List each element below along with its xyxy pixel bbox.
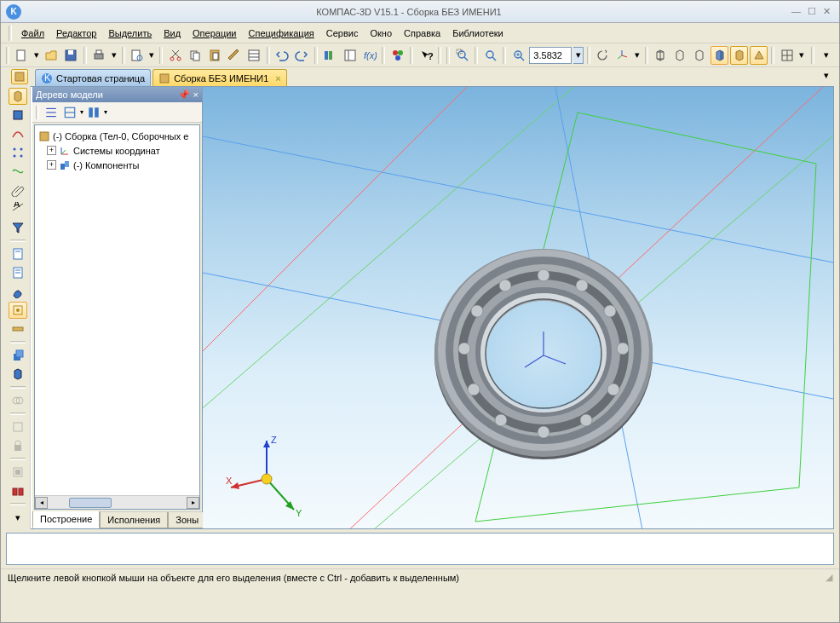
properties-button[interactable] <box>245 46 263 65</box>
tree-header[interactable]: Дерево модели 📌 × <box>32 87 202 102</box>
spec-doc-button[interactable] <box>9 245 27 262</box>
tool-dimension-button[interactable]: A <box>9 200 27 217</box>
menu-select[interactable]: Выделить <box>103 26 157 41</box>
orient-button[interactable] <box>613 46 631 65</box>
dropdown-icon[interactable]: ▾ <box>633 46 642 65</box>
scroll-left-button[interactable]: ◂ <box>35 497 48 509</box>
menu-specification[interactable]: Спецификация <box>244 26 319 41</box>
mate-button[interactable] <box>9 392 27 409</box>
tree-node-label[interactable]: (-) Компоненты <box>73 160 139 170</box>
sheet-body-button[interactable] <box>9 366 27 383</box>
scroll-thumb[interactable] <box>69 498 112 508</box>
tool-points-button[interactable] <box>9 144 27 161</box>
menu-service[interactable]: Сервис <box>321 26 364 41</box>
aux-lock-button[interactable] <box>9 437 27 454</box>
scroll-down-button[interactable]: ▾ <box>9 509 27 526</box>
copy-button[interactable] <box>186 46 204 65</box>
library-button[interactable] <box>321 46 339 65</box>
menu-file[interactable]: Файл <box>16 26 49 41</box>
save-button[interactable] <box>62 46 80 65</box>
maximize-button[interactable]: ☐ <box>808 6 816 17</box>
print-button[interactable] <box>90 46 108 65</box>
command-panel[interactable] <box>6 533 834 565</box>
tab-start-page[interactable]: K Стартовая страница <box>35 69 151 86</box>
close-icon[interactable]: × <box>193 89 198 100</box>
spec-edit-button[interactable] <box>9 283 27 300</box>
tool-box-button[interactable] <box>9 107 27 124</box>
menu-editor[interactable]: Редактор <box>51 26 101 41</box>
dropdown-icon[interactable]: ▾ <box>797 46 806 65</box>
tool-filter-button[interactable] <box>9 219 27 236</box>
close-button[interactable]: ✕ <box>823 6 831 17</box>
menu-view[interactable]: Вид <box>158 26 186 41</box>
3d-viewport[interactable]: Z X Y <box>203 87 833 528</box>
tree-tab-build[interactable]: Построение <box>32 511 100 528</box>
scroll-right-button[interactable]: ▸ <box>187 497 199 509</box>
perspective-button[interactable] <box>750 46 768 65</box>
tab-list-button[interactable] <box>11 69 28 84</box>
minimize-button[interactable]: ― <box>791 6 801 17</box>
zoom-fit-button[interactable] <box>481 46 499 65</box>
dropdown-icon[interactable]: ▾ <box>104 108 107 116</box>
tree-view-button[interactable] <box>43 104 60 121</box>
new-button[interactable] <box>13 46 31 65</box>
tool-attach-button[interactable] <box>9 182 27 199</box>
zoom-scale-button[interactable] <box>509 46 527 65</box>
open-button[interactable] <box>43 46 60 65</box>
expand-button[interactable]: + <box>47 160 56 170</box>
shaded-edges-button[interactable] <box>730 46 748 65</box>
tree-view3-button[interactable] <box>85 104 102 121</box>
array-button[interactable] <box>9 482 27 499</box>
menu-help[interactable]: Справка <box>399 26 446 41</box>
redo-button[interactable] <box>293 46 311 65</box>
no-hidden-button[interactable] <box>691 46 709 65</box>
wireframe-button[interactable] <box>652 46 670 65</box>
measure-button[interactable] <box>9 320 27 337</box>
dropdown-icon[interactable]: ▾ <box>148 46 157 65</box>
toolbar-overflow-button[interactable]: ▾ <box>818 46 836 65</box>
dropdown-icon[interactable]: ▾ <box>110 46 118 65</box>
tree-tab-exec[interactable]: Исполнения <box>100 512 168 528</box>
config-button[interactable] <box>388 46 406 65</box>
preview-button[interactable] <box>129 46 147 65</box>
edit-assy-button[interactable] <box>9 88 27 105</box>
hidden-lines-button[interactable] <box>671 46 689 65</box>
grip-icon[interactable] <box>36 106 39 119</box>
cut-button[interactable] <box>166 46 184 65</box>
tab-assembly[interactable]: Сборка БЕЗ ИМЕНИ1 × <box>152 69 287 86</box>
aux-geom-button[interactable] <box>9 418 27 436</box>
menu-window[interactable]: Окно <box>365 26 397 41</box>
tree-tab-zones[interactable]: Зоны <box>168 512 206 528</box>
shaded-button[interactable] <box>711 46 728 65</box>
pin-icon[interactable]: 📌 <box>178 89 190 101</box>
tree-root-label[interactable]: (-) Сборка (Тел-0, Сборочных е <box>53 131 188 141</box>
fx-button[interactable]: f(x) <box>360 46 378 65</box>
tool-curve-button[interactable] <box>9 125 27 142</box>
tab-close-button[interactable]: × <box>275 73 280 84</box>
tool-spline-button[interactable] <box>9 163 27 180</box>
undo-button[interactable] <box>273 46 291 65</box>
zoom-window-button[interactable] <box>453 46 471 65</box>
rotate-button[interactable] <box>594 46 612 65</box>
body-ops-button[interactable] <box>9 347 27 364</box>
tree-view2-button[interactable] <box>61 104 78 121</box>
spec-list-button[interactable] <box>9 264 27 281</box>
variables-button[interactable] <box>341 46 359 65</box>
help-arrow-button[interactable]: ? <box>417 46 434 65</box>
refresh-view-button[interactable] <box>778 46 796 65</box>
dropdown-icon[interactable]: ▾ <box>32 46 41 65</box>
tree-body[interactable]: (-) Сборка (Тел-0, Сборочных е + Системы… <box>34 124 200 510</box>
report-button[interactable] <box>9 302 27 319</box>
tabs-dropdown[interactable]: ▾ <box>824 70 829 81</box>
grip-icon[interactable] <box>9 26 12 41</box>
menu-operations[interactable]: Операции <box>187 26 241 41</box>
menu-libraries[interactable]: Библиотеки <box>447 26 509 41</box>
zoom-value-input[interactable] <box>529 47 572 64</box>
tree-h-scrollbar[interactable]: ◂ ▸ <box>35 495 199 509</box>
paste-button[interactable] <box>205 46 223 65</box>
tree-node-label[interactable]: Системы координат <box>73 146 160 156</box>
dropdown-icon[interactable]: ▾ <box>80 108 83 116</box>
grip-icon[interactable] <box>6 47 9 64</box>
place-part-button[interactable] <box>9 464 27 481</box>
zoom-dropdown[interactable]: ▾ <box>573 47 584 64</box>
